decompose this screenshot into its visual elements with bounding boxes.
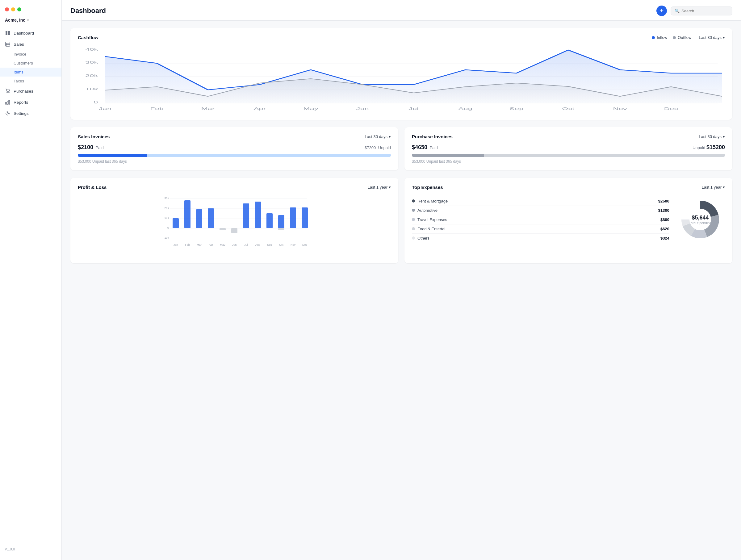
purchase-progress-bar (412, 154, 725, 157)
svg-text:May: May (303, 107, 318, 111)
search-box: 🔍 (671, 6, 732, 15)
svg-rect-59 (290, 207, 296, 228)
sales-label: Sales (14, 42, 24, 47)
expense-name: Travel Expenses (417, 217, 658, 222)
sidebar-item-sales[interactable]: Sales (0, 39, 61, 50)
svg-text:Jan: Jan (174, 243, 178, 247)
outflow-label: Outflow (678, 35, 691, 40)
donut-chart: $5,644 Total Spending (676, 195, 725, 244)
cashflow-card: Cashflow Inflow Outflow Last 30 days (70, 28, 732, 120)
svg-text:-10k: -10k (163, 236, 169, 239)
svg-text:30k: 30k (85, 61, 98, 64)
expense-name: Rent & Mortgage (417, 199, 656, 203)
add-button[interactable]: + (656, 6, 667, 16)
top-expenses-header: Top Expenses Last 1 year ▾ (412, 185, 725, 190)
svg-text:Jul: Jul (244, 243, 248, 247)
sidebar-item-reports[interactable]: Reports (0, 96, 61, 108)
cashflow-title: Cashflow (78, 35, 98, 40)
svg-text:Mar: Mar (197, 243, 202, 247)
expense-dot (412, 199, 415, 203)
dashboard-label: Dashboard (14, 31, 34, 36)
expense-dot (412, 227, 415, 230)
unpaid-fill (147, 154, 391, 157)
expense-name: Automotive (417, 208, 656, 213)
purchase-paid-amount: $4650 (412, 144, 427, 150)
sidebar-item-items[interactable]: Items (0, 68, 61, 77)
svg-rect-57 (278, 215, 284, 228)
sidebar-item-dashboard[interactable]: Dashboard (0, 27, 61, 39)
sidebar-item-purchases[interactable]: Purchases (0, 85, 61, 96)
svg-rect-54 (243, 203, 249, 228)
top-expenses-period[interactable]: Last 1 year ▾ (702, 185, 725, 190)
purchase-unpaid-amount: $15200 (706, 144, 725, 150)
svg-text:Oct: Oct (279, 243, 284, 247)
profit-loss-period[interactable]: Last 1 year ▾ (368, 185, 391, 190)
svg-rect-11 (7, 101, 8, 104)
purchase-invoices-header: Purchase Invoices Last 30 days ▾ (412, 134, 725, 139)
svg-rect-2 (6, 33, 7, 35)
svg-rect-50 (196, 209, 202, 228)
svg-rect-49 (184, 200, 191, 228)
svg-text:Jan: Jan (99, 107, 112, 111)
svg-text:Apr: Apr (209, 243, 213, 247)
purchase-unpaid-section: Unpaid $15200 (691, 144, 725, 151)
cart-icon (5, 88, 10, 94)
svg-rect-53 (231, 228, 238, 233)
company-selector[interactable]: Acme, Inc ▾ (0, 16, 61, 27)
invoices-row: Sales Invoices Last 30 days ▾ $2100 Paid… (70, 127, 732, 170)
expenses-layout: Rent & Mortgage $2600 Automotive $1300 T… (412, 195, 725, 244)
purchase-unpaid-label: Unpaid (692, 145, 705, 150)
paid-label: Paid (96, 145, 104, 150)
minimize-traffic-light[interactable] (11, 7, 15, 11)
svg-rect-1 (8, 31, 10, 33)
svg-point-13 (7, 113, 9, 114)
svg-rect-51 (208, 208, 214, 228)
close-traffic-light[interactable] (5, 7, 9, 11)
page-header: Dashboard + 🔍 (62, 0, 741, 21)
profit-loss-header: Profit & Loss Last 1 year ▾ (78, 185, 391, 190)
search-icon: 🔍 (675, 9, 680, 13)
maximize-traffic-light[interactable] (17, 7, 21, 11)
grid-icon (5, 30, 10, 36)
cashflow-legend: Inflow Outflow (652, 35, 691, 40)
sidebar-item-settings[interactable]: Settings (0, 108, 61, 119)
expense-list: Rent & Mortgage $2600 Automotive $1300 T… (412, 197, 669, 242)
cashflow-period[interactable]: Last 30 days ▾ (699, 35, 725, 40)
expense-name: Food & Entertai... (417, 227, 658, 231)
expense-item-rent: Rent & Mortgage $2600 (412, 197, 669, 206)
sales-invoices-period[interactable]: Last 30 days ▾ (364, 134, 391, 139)
inflow-legend: Inflow (652, 35, 667, 40)
cashflow-svg: 40k 30k 20k 10k 0 (78, 45, 725, 113)
purchase-invoices-period[interactable]: Last 30 days ▾ (699, 134, 725, 139)
outflow-dot (673, 36, 676, 39)
svg-text:Aug: Aug (255, 243, 260, 247)
purchase-invoice-amounts: $4650 Paid Unpaid $15200 (412, 144, 725, 151)
paid-section: $2100 Paid (78, 144, 104, 151)
expense-item-travel: Travel Expenses $800 (412, 215, 669, 224)
sidebar-nav: Dashboard Sales Invoice Customers Items … (0, 27, 61, 543)
traffic-lights (0, 5, 61, 16)
svg-text:Oct: Oct (562, 107, 575, 111)
sidebar-item-invoice[interactable]: Invoice (0, 50, 61, 59)
expense-name: Others (417, 236, 658, 240)
top-expenses-card: Top Expenses Last 1 year ▾ Rent & Mortga… (404, 178, 732, 263)
svg-text:Nov: Nov (613, 107, 627, 111)
svg-point-9 (9, 92, 9, 93)
svg-text:Jul: Jul (408, 107, 419, 111)
svg-rect-0 (6, 31, 7, 33)
sidebar-item-taxes[interactable]: Taxes (0, 77, 61, 85)
chevron-down-icon: ▾ (27, 18, 29, 22)
purchase-paid-section: $4650 Paid (412, 144, 438, 151)
sales-invoices-header: Sales Invoices Last 30 days ▾ (78, 134, 391, 139)
sales-unpaid-note: $53,000 Unpaid last 365 days (78, 159, 391, 164)
svg-text:20k: 20k (85, 74, 98, 77)
purchase-invoices-card: Purchase Invoices Last 30 days ▾ $4650 P… (404, 127, 732, 170)
purchase-paid-label: Paid (430, 145, 438, 150)
unpaid-amount: $7200 (364, 145, 376, 150)
bottom-row: Profit & Loss Last 1 year ▾ 30k 20k 10k … (70, 178, 732, 263)
purchase-unpaid-note: $53,000 Unpaid last 365 days (412, 159, 725, 164)
search-input[interactable] (681, 9, 728, 13)
header-actions: + 🔍 (656, 6, 732, 16)
chevron-down-icon: ▾ (723, 35, 725, 40)
sidebar-item-customers[interactable]: Customers (0, 59, 61, 68)
